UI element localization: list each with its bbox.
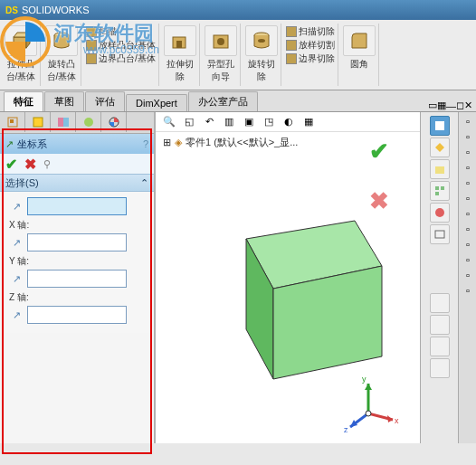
- ds-logo: DS: [5, 5, 18, 15]
- x-axis-label: X 轴:: [9, 219, 145, 232]
- revolve-cut-group[interactable]: 旋转切 除: [243, 24, 281, 86]
- expand-icon[interactable]: ⊞: [163, 137, 171, 148]
- svg-rect-12: [58, 118, 63, 127]
- feature-manager-panel: ↗ 坐标系 ? ✔ ✖ ⚲ 选择(S) ⌃ ↗ X 轴:: [0, 112, 156, 443]
- collapse-icon: ⌃: [140, 177, 148, 189]
- tab-office[interactable]: 办公室产品: [188, 91, 258, 111]
- property-panel-header: ↗ 坐标系 ?: [0, 134, 154, 154]
- revolve-cut-label: 旋转切 除: [248, 58, 275, 83]
- help-icon[interactable]: ?: [143, 138, 148, 149]
- x-axis-icon: ↗: [9, 235, 24, 250]
- far-btn-2[interactable]: ▫: [461, 129, 475, 144]
- panel-tab-config-mgr[interactable]: [51, 112, 76, 132]
- view-orient-icon[interactable]: ▣: [241, 114, 257, 130]
- loft-cut-icon: [286, 40, 297, 51]
- loft-cut-item[interactable]: 放样切割: [286, 39, 335, 52]
- z-axis-icon: ↗: [9, 308, 24, 322]
- window-tile-icon[interactable]: ▦: [437, 100, 446, 111]
- panel-tab-feature-tree[interactable]: [0, 112, 25, 132]
- titlebar: DS SOLIDWORKS: [0, 0, 476, 20]
- sweep-cut-item[interactable]: 扫描切除: [286, 25, 335, 38]
- zoom-fit-icon[interactable]: 🔍: [161, 114, 177, 130]
- hole-wizard-icon: [205, 25, 237, 56]
- svg-rect-11: [33, 118, 43, 127]
- boundary-cut-item[interactable]: 边界切除: [286, 52, 335, 65]
- panel-tabs: [0, 112, 154, 134]
- design-library-tab[interactable]: [430, 138, 450, 157]
- svg-point-29: [366, 411, 371, 416]
- fillet-label: 圆角: [350, 58, 368, 71]
- cancel-button[interactable]: ✖: [24, 156, 36, 173]
- property-panel-title: 坐标系: [17, 138, 47, 151]
- y-axis-input[interactable]: [27, 270, 127, 288]
- svg-point-6: [217, 38, 224, 45]
- svg-rect-13: [63, 118, 69, 127]
- tab-evaluate[interactable]: 评估: [85, 91, 125, 111]
- window-cascade-icon[interactable]: ▭: [428, 100, 437, 111]
- svg-text:y: y: [362, 375, 367, 384]
- scene-icon[interactable]: ▦: [300, 114, 317, 130]
- svg-point-14: [84, 118, 93, 127]
- far-btn-4[interactable]: ▫: [461, 160, 475, 175]
- watermark-url: www.pc0359.cn: [83, 43, 159, 56]
- far-btn-1[interactable]: ▫: [461, 114, 475, 128]
- hole-wizard-group[interactable]: 异型孔 向导: [202, 24, 241, 86]
- selection-section-header[interactable]: 选择(S) ⌃: [0, 174, 154, 192]
- command-tabs: 特征 草图 评估 DimXpert 办公室产品 ▭ ▦ — ◻ ✕: [0, 90, 476, 112]
- part-icon: ◈: [175, 137, 182, 148]
- section-view-icon[interactable]: ▥: [221, 114, 237, 130]
- window-max-icon[interactable]: ◻: [456, 100, 464, 111]
- confirm-ok-icon[interactable]: ✔: [369, 138, 389, 166]
- tab-dimxpert[interactable]: DimXpert: [126, 94, 187, 111]
- fillet-group[interactable]: 圆角: [340, 24, 379, 86]
- x-axis-field: X 轴: ↗: [9, 219, 145, 251]
- pushpin-button[interactable]: ⚲: [43, 158, 51, 170]
- svg-text:z: z: [344, 425, 348, 434]
- selection-header-label: 选择(S): [5, 176, 39, 190]
- svg-point-8: [258, 39, 265, 43]
- hide-show-icon[interactable]: ◐: [281, 114, 297, 130]
- window-min-icon[interactable]: —: [446, 100, 456, 111]
- hole-wizard-label: 异型孔 向导: [207, 58, 234, 83]
- zoom-area-icon[interactable]: ◱: [181, 114, 197, 130]
- x-axis-input[interactable]: [27, 233, 127, 251]
- sweep-cut-icon: [286, 26, 297, 37]
- property-panel-buttons: ✔ ✖ ⚲: [0, 154, 154, 174]
- window-close-icon[interactable]: ✕: [464, 100, 472, 111]
- graphics-viewport[interactable]: 🔍 ◱ ↶ ▥ ▣ ◳ ◐ ▦ ⊞ ◈ 零件1 (默认<<默认>_显... ✔ …: [156, 112, 420, 443]
- extrude-cut-label: 拉伸切 除: [167, 58, 194, 83]
- part-name: 零件1 (默认<<默认>_显...: [186, 136, 298, 149]
- svg-rect-10: [10, 119, 14, 123]
- y-axis-icon: ↗: [9, 271, 24, 286]
- workspace: ↗ 坐标系 ? ✔ ✖ ⚲ 选择(S) ⌃ ↗ X 轴:: [0, 112, 476, 443]
- svg-rect-30: [435, 121, 444, 130]
- z-axis-input[interactable]: [27, 306, 127, 324]
- display-style-icon[interactable]: ◳: [261, 114, 277, 130]
- prev-view-icon[interactable]: ↶: [201, 114, 217, 130]
- svg-rect-31: [435, 166, 444, 174]
- panel-tab-display[interactable]: [101, 112, 127, 132]
- watermark-logo: [0, 16, 51, 69]
- extrude-cut-group[interactable]: 拉伸切 除: [161, 24, 200, 86]
- revolve-cut-icon: [245, 25, 278, 56]
- view-toolbar: 🔍 ◱ ↶ ▥ ▣ ◳ ◐ ▦: [156, 112, 420, 132]
- fillet-icon: [343, 25, 376, 56]
- y-axis-label: Y 轴:: [9, 255, 145, 268]
- revolve-boss-label: 旋转凸 台/基体: [47, 58, 77, 83]
- panel-tab-property-mgr[interactable]: [25, 112, 51, 132]
- coordinate-system-icon: ↗: [5, 138, 14, 150]
- origin-icon: ↗: [9, 199, 24, 214]
- extrude-cut-icon: [164, 25, 196, 56]
- far-btn-3[interactable]: ▫: [461, 145, 475, 159]
- resources-tab[interactable]: [430, 116, 450, 136]
- tab-features[interactable]: 特征: [4, 91, 43, 111]
- panel-tab-dimxpert[interactable]: [76, 112, 101, 132]
- origin-field: ↗: [9, 197, 145, 215]
- tab-sketch[interactable]: 草图: [44, 91, 84, 111]
- view-triad: x y z: [337, 373, 400, 438]
- z-axis-field: Z 轴: ↗: [9, 291, 145, 324]
- origin-input[interactable]: [27, 197, 127, 215]
- ok-button[interactable]: ✔: [5, 156, 17, 173]
- svg-marker-24: [365, 384, 372, 390]
- z-axis-label: Z 轴:: [9, 291, 145, 304]
